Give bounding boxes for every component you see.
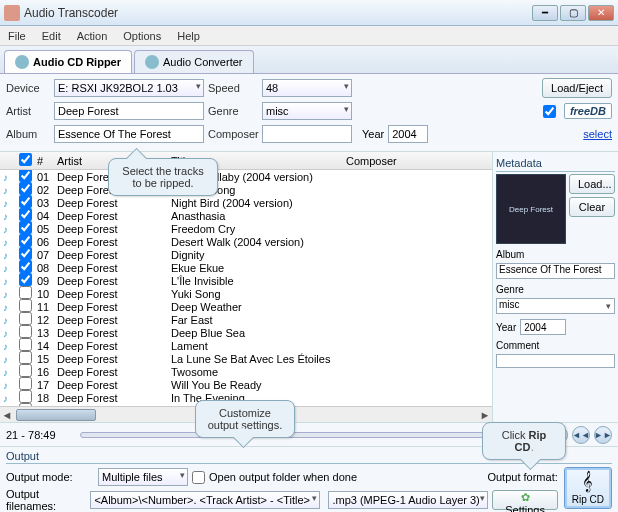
next-button[interactable]: ►►: [594, 426, 612, 444]
rip-cd-button[interactable]: 𝄞 Rip CD: [564, 467, 612, 509]
music-note-icon: ♪: [3, 315, 8, 326]
table-row[interactable]: ♪02Deep ForestMarta's Song: [0, 183, 492, 196]
album-cover[interactable]: Deep Forest: [496, 174, 566, 244]
track-checkbox[interactable]: [19, 195, 32, 208]
side-comment-field[interactable]: [496, 354, 615, 368]
minimize-button[interactable]: ━: [532, 5, 558, 21]
table-row[interactable]: ♪17Deep ForestWill You Be Ready: [0, 378, 492, 391]
side-album-field[interactable]: Essence Of The Forest: [496, 263, 615, 279]
maximize-button[interactable]: ▢: [560, 5, 586, 21]
music-note-icon: ♪: [3, 406, 8, 407]
load-eject-button[interactable]: Load/Eject: [542, 78, 612, 98]
track-title: Yuki Song: [168, 288, 343, 300]
table-row[interactable]: ♪14Deep ForestLament: [0, 339, 492, 352]
year-label: Year: [362, 128, 384, 140]
track-list: # Artist Title Composer ♪01Deep ForestSw…: [0, 152, 492, 422]
output-format-select[interactable]: [328, 491, 488, 509]
track-checkbox[interactable]: [19, 364, 32, 377]
track-checkbox[interactable]: [19, 403, 32, 406]
table-row[interactable]: ♪03Deep ForestNight Bird (2004 version): [0, 196, 492, 209]
table-row[interactable]: ♪15Deep ForestLa Lune Se Bat Avec Les Ét…: [0, 352, 492, 365]
output-filenames-field[interactable]: [90, 491, 320, 509]
track-checkbox[interactable]: [19, 182, 32, 195]
close-button[interactable]: ✕: [588, 5, 614, 21]
track-checkbox[interactable]: [19, 377, 32, 390]
track-checkbox[interactable]: [19, 312, 32, 325]
select-link[interactable]: select: [583, 128, 612, 140]
track-checkbox[interactable]: [19, 234, 32, 247]
treble-clef-icon: 𝄞: [582, 471, 593, 492]
speed-select[interactable]: [262, 79, 352, 97]
table-row[interactable]: ♪05Deep ForestFreedom Cry: [0, 222, 492, 235]
table-row[interactable]: ♪01Deep ForestSweet Lullaby (2004 versio…: [0, 170, 492, 183]
table-body[interactable]: ♪01Deep ForestSweet Lullaby (2004 versio…: [0, 170, 492, 406]
side-year-field[interactable]: [520, 319, 566, 335]
table-row[interactable]: ♪07Deep ForestDignity: [0, 248, 492, 261]
track-number: 06: [34, 236, 54, 248]
track-artist: Deep Forest: [54, 379, 168, 391]
music-note-icon: ♪: [3, 380, 8, 391]
freedb-checkbox[interactable]: [543, 105, 556, 118]
table-row[interactable]: ♪13Deep ForestDeep Blue Sea: [0, 326, 492, 339]
menu-options[interactable]: Options: [119, 28, 165, 44]
track-checkbox[interactable]: [19, 286, 32, 299]
album-field[interactable]: [54, 125, 204, 143]
menu-help[interactable]: Help: [173, 28, 204, 44]
check-all[interactable]: [19, 153, 32, 166]
menu-edit[interactable]: Edit: [38, 28, 65, 44]
track-checkbox[interactable]: [19, 221, 32, 234]
freedb-logo[interactable]: freeDB: [564, 103, 612, 119]
track-artist: Deep Forest: [54, 210, 168, 222]
track-checkbox[interactable]: [19, 273, 32, 286]
side-genre-field[interactable]: misc: [496, 298, 615, 314]
track-artist: Deep Forest: [54, 340, 168, 352]
track-checkbox[interactable]: [19, 338, 32, 351]
tab-converter[interactable]: Audio Converter: [134, 50, 254, 73]
menu-file[interactable]: File: [4, 28, 30, 44]
track-number: 03: [34, 197, 54, 209]
track-title: Will You Be Ready: [168, 379, 343, 391]
prev-button[interactable]: ◄◄: [572, 426, 590, 444]
device-select[interactable]: [54, 79, 204, 97]
year-field[interactable]: [388, 125, 428, 143]
scroll-thumb[interactable]: [16, 409, 96, 421]
track-artist: Deep Forest: [54, 392, 168, 404]
settings-button[interactable]: ✿ Settings: [492, 490, 557, 510]
load-cover-button[interactable]: Load...: [569, 174, 615, 194]
col-num[interactable]: #: [34, 155, 54, 167]
table-row[interactable]: ♪10Deep ForestYuki Song: [0, 287, 492, 300]
table-row[interactable]: ♪04Deep ForestAnasthasia: [0, 209, 492, 222]
table-row[interactable]: ♪16Deep ForestTwosome: [0, 365, 492, 378]
clear-cover-button[interactable]: Clear: [569, 197, 615, 217]
artist-field[interactable]: [54, 102, 204, 120]
track-checkbox[interactable]: [19, 390, 32, 403]
genre-select[interactable]: [262, 102, 352, 120]
output-mode-select[interactable]: [98, 468, 188, 486]
table-row[interactable]: ♪09Deep ForestL'Île Invisible: [0, 274, 492, 287]
titlebar: Audio Transcoder ━ ▢ ✕: [0, 0, 618, 26]
col-composer[interactable]: Composer: [343, 155, 413, 167]
track-checkbox[interactable]: [19, 325, 32, 338]
composer-field[interactable]: [262, 125, 352, 143]
table-row[interactable]: ♪08Deep ForestEkue Ekue: [0, 261, 492, 274]
track-number: 09: [34, 275, 54, 287]
scroll-left-icon[interactable]: ◄: [0, 407, 14, 422]
track-checkbox[interactable]: [19, 299, 32, 312]
tab-ripper[interactable]: Audio CD Ripper: [4, 50, 132, 73]
open-folder-checkbox[interactable]: [192, 471, 205, 484]
track-checkbox[interactable]: [19, 351, 32, 364]
device-label: Device: [6, 82, 50, 94]
track-title: Deep Weather: [168, 301, 343, 313]
table-row[interactable]: ♪06Deep ForestDesert Walk (2004 version): [0, 235, 492, 248]
track-title: Twosome: [168, 366, 343, 378]
table-row[interactable]: ♪11Deep ForestDeep Weather: [0, 300, 492, 313]
track-artist: Deep Forest: [54, 405, 168, 407]
track-checkbox[interactable]: [19, 260, 32, 273]
track-checkbox[interactable]: [19, 170, 32, 182]
scroll-right-icon[interactable]: ►: [478, 407, 492, 422]
track-checkbox[interactable]: [19, 247, 32, 260]
menu-action[interactable]: Action: [73, 28, 112, 44]
music-note-icon: ♪: [3, 367, 8, 378]
table-row[interactable]: ♪12Deep ForestFar East: [0, 313, 492, 326]
track-checkbox[interactable]: [19, 208, 32, 221]
